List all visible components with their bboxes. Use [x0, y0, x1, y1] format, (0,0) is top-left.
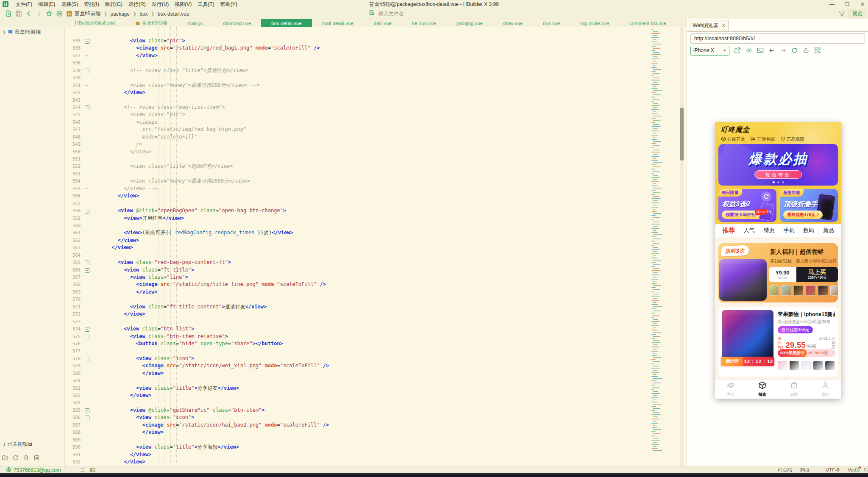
run-icon[interactable]: [56, 10, 63, 17]
refresh-icon[interactable]: [791, 47, 798, 54]
promo-card-foldable[interactable]: 超值特惠 顶级折叠手机 最高优惠479元 >: [780, 189, 838, 222]
fold-marker[interactable]: [84, 414, 91, 421]
fold-marker[interactable]: [84, 444, 91, 451]
prize-thumb[interactable]: [813, 361, 823, 370]
breadcrumb-item[interactable]: package: [110, 11, 131, 17]
prize-thumb[interactable]: [778, 361, 787, 370]
maximize-button[interactable]: ❐: [844, 1, 850, 7]
tab-main.js[interactable]: main.js: [177, 19, 213, 27]
fold-marker[interactable]: [84, 89, 91, 96]
prize-thumb[interactable]: [830, 286, 838, 296]
fold-marker[interactable]: [84, 67, 91, 74]
prize-thumb[interactable]: [793, 286, 804, 296]
back-icon[interactable]: [25, 10, 32, 17]
new-folder-icon[interactable]: [2, 455, 8, 461]
tab-mall-detail.vue[interactable]: mall-detail.vue: [312, 19, 364, 27]
menu-item-1[interactable]: 编辑(E): [35, 0, 58, 9]
tab-HBuilderX.md[interactable]: HBuilderX自述.md: [65, 19, 125, 27]
account-item[interactable]: 753766813@qq.com: [6, 466, 61, 474]
editor-scrollbar-track[interactable]: [680, 27, 684, 466]
menu-item-7[interactable]: 视图(V): [172, 0, 195, 9]
close-button[interactable]: ✕: [860, 1, 865, 7]
save-icon[interactable]: [15, 10, 22, 17]
carousel-dot[interactable]: [777, 181, 779, 183]
tab-log-invite.vue[interactable]: log-invite.vue: [570, 19, 619, 27]
fold-marker[interactable]: [84, 266, 91, 274]
breadcrumb-item[interactable]: box: [139, 11, 148, 17]
fold-marker[interactable]: [84, 141, 91, 148]
url-input[interactable]: http://localhost:8080/h5/#/: [690, 33, 865, 44]
fold-marker[interactable]: [84, 311, 91, 318]
refresh-icon[interactable]: [12, 455, 19, 461]
settings-gear-icon[interactable]: [746, 47, 752, 54]
console-icon[interactable]: [757, 47, 764, 54]
fold-marker[interactable]: [84, 436, 91, 444]
prize-thumb[interactable]: [825, 361, 835, 370]
device-selector[interactable]: iPhone X ▼: [690, 46, 729, 55]
category-tab-新品[interactable]: 新品: [823, 227, 834, 234]
fold-marker[interactable]: [84, 229, 91, 236]
cursor-col[interactable]: 列:8: [800, 467, 809, 474]
fold-marker[interactable]: [84, 207, 91, 214]
nav-item-抽盒[interactable]: 抽盒: [747, 380, 779, 399]
fold-marker[interactable]: [84, 318, 91, 325]
category-tab-人气[interactable]: 人气: [744, 227, 755, 234]
minimize-button[interactable]: —: [829, 1, 835, 7]
open-in-browser-icon[interactable]: [734, 47, 741, 54]
prize-thumb[interactable]: [790, 361, 799, 370]
fold-marker[interactable]: [84, 82, 91, 89]
prize-thumb[interactable]: [769, 286, 779, 296]
hero-banner[interactable]: 爆款必抽 超值特惠: [718, 144, 838, 186]
web-browser-tab[interactable]: Web浏览器 ✕: [690, 20, 729, 31]
fold-marker[interactable]: [84, 244, 91, 251]
menu-item-5[interactable]: 运行(R): [125, 0, 149, 9]
fold-marker[interactable]: [84, 407, 91, 414]
fold-marker[interactable]: [84, 377, 91, 384]
prize-thumb[interactable]: [801, 361, 811, 370]
filter-icon[interactable]: [838, 11, 845, 17]
tab-daili.vue[interactable]: daili.vue: [364, 19, 402, 27]
collapse-all-icon[interactable]: [23, 455, 29, 461]
locate-file-icon[interactable]: [33, 455, 40, 461]
outline-list-icon[interactable]: [80, 467, 85, 473]
update-icon[interactable]: [854, 467, 860, 473]
cursor-line[interactable]: 行:375: [778, 467, 792, 474]
tab-draw.vue[interactable]: draw.vue: [493, 19, 533, 27]
star-icon[interactable]: [46, 10, 53, 17]
fold-marker[interactable]: [84, 44, 91, 52]
nav-item-品牌[interactable]: 品牌: [778, 380, 810, 399]
menu-item-6[interactable]: 发行(U): [149, 0, 172, 9]
lock-icon[interactable]: [803, 47, 810, 54]
breadcrumb-item[interactable]: box-detail.vue: [157, 11, 190, 17]
fold-marker[interactable]: [84, 274, 91, 281]
hero-pill[interactable]: 超值特惠: [754, 170, 802, 179]
breadcrumb-item[interactable]: 盲盒h5前端: [74, 10, 101, 17]
fold-marker[interactable]: [84, 325, 91, 333]
menu-item-0[interactable]: 文件(F): [13, 0, 35, 9]
fold-marker[interactable]: [84, 126, 91, 133]
promo-button[interactable]: 最高优惠479元 >: [783, 211, 823, 219]
category-tab-手机[interactable]: 手机: [783, 227, 794, 234]
tab-he-zuo.vue[interactable]: he-zuo.vue: [402, 19, 446, 27]
fold-marker[interactable]: [84, 119, 91, 126]
fold-marker[interactable]: [84, 333, 91, 340]
newcomer-card[interactable]: 限购3次 新人福利｜超值尝鲜 买1抽得2抽，新人限定福利买1抽得2... ¥9.…: [718, 243, 838, 302]
fold-marker[interactable]: [84, 303, 91, 311]
menu-item-8[interactable]: 工具(T): [195, 0, 217, 9]
promo-card-rights[interactable]: 每日限量 权益3选2 重抽卡 满199 领重抽卡等好礼 >: [718, 189, 776, 222]
fold-marker[interactable]: [84, 429, 91, 436]
bell-icon[interactable]: [863, 467, 868, 473]
fold-marker[interactable]: [84, 355, 91, 362]
minimap[interactable]: [651, 29, 662, 452]
tab-box-detail.vue[interactable]: box-detail.vue: [261, 19, 312, 27]
fold-marker[interactable]: [84, 104, 91, 111]
fold-marker[interactable]: [84, 133, 91, 141]
fold-marker[interactable]: [84, 281, 91, 288]
fold-marker[interactable]: [84, 347, 91, 355]
category-tab-数码[interactable]: 数码: [803, 227, 814, 234]
close-icon[interactable]: ✕: [722, 23, 726, 28]
menu-item-2[interactable]: 选择(S): [58, 0, 81, 9]
fold-marker[interactable]: [84, 148, 91, 155]
fold-marker[interactable]: [84, 52, 91, 59]
fold-marker[interactable]: [84, 163, 91, 170]
